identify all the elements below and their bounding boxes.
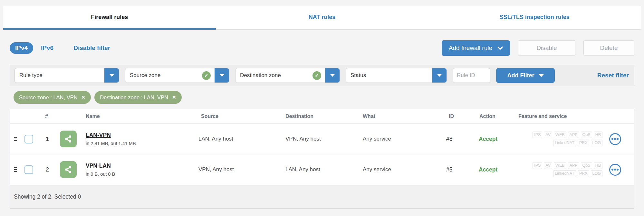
ipv6-toggle[interactable]: IPv6 (41, 44, 53, 52)
header-action: Action (476, 113, 513, 119)
rule-type-caret-button[interactable] (104, 68, 119, 83)
rule-type-dropdown[interactable]: Rule type (14, 68, 119, 83)
drag-handle-icon[interactable] (14, 167, 17, 172)
rule-source: VPN, Any host (198, 166, 285, 173)
chevron-down-icon (497, 46, 503, 50)
rule-what: Any service (363, 166, 445, 173)
row-menu-ellipsis-icon[interactable] (609, 164, 621, 176)
table-footer-status: Showing 2 of 2. Selected 0 (10, 185, 634, 208)
rule-type-label: Rule type (19, 72, 101, 79)
firewall-rules-page: Firewall rules NAT rules SSL/TLS inspect… (0, 0, 644, 216)
tab-nat-rules[interactable]: NAT rules (216, 6, 428, 30)
chip-label: Destination zone : LAN, VPN (100, 94, 168, 101)
caret-down-icon (330, 74, 335, 77)
rule-type-share-icon[interactable] (60, 161, 77, 178)
feature-badge: APP (568, 162, 579, 169)
feature-badges: IPSAVWEBAPPQoSHB LinkedNATPRXLOG (513, 132, 604, 146)
destination-zone-label: Destination zone (240, 72, 309, 79)
row-menu-ellipsis-icon[interactable] (609, 133, 621, 145)
source-zone-dropdown[interactable]: Source zone ✓ (125, 68, 229, 83)
rule-source: LAN, Any host (198, 136, 285, 142)
feature-badge: HB (594, 132, 602, 138)
caret-down-icon (110, 74, 114, 77)
toolbar: IPv4 IPv6 Disable filter Add firewall ru… (10, 40, 634, 56)
status-label: Status (351, 72, 428, 79)
rule-id: #8 (445, 136, 476, 142)
caret-down-icon (539, 74, 544, 77)
header-feature-and-service: Feature and service (513, 113, 604, 119)
drag-handle-icon[interactable] (14, 137, 17, 141)
feature-badge: WEB (554, 162, 566, 169)
rule-name-link[interactable]: LAN-VPN (86, 132, 111, 139)
rule-traffic: in 2.81 MB, out 1.41 MB (86, 141, 198, 146)
rule-traffic: in 0 B, out 0 B (86, 172, 198, 177)
source-zone-field[interactable]: Source zone ✓ (125, 68, 215, 83)
header-id: ID (445, 113, 476, 119)
table-header: # Name Source Destination What ID Action… (10, 109, 634, 124)
header-number: # (41, 113, 60, 119)
feature-badges: IPSAVWEBAPPQoSHB LinkedNATPRXLOG (513, 162, 604, 177)
disable-button[interactable]: Disable (518, 40, 575, 56)
add-filter-label: Add Filter (507, 72, 534, 79)
status-dropdown[interactable]: Status (346, 68, 447, 83)
header-destination: Destination (285, 113, 363, 119)
status-caret-button[interactable] (432, 68, 447, 83)
destination-zone-field[interactable]: Destination zone ✓ (235, 68, 325, 83)
tab-ssl-tls-inspection-rules[interactable]: SSL/TLS inspection rules (428, 6, 641, 30)
row-checkbox[interactable] (24, 135, 33, 143)
feature-badge: LinkedNAT (553, 140, 576, 146)
feature-badge: LinkedNAT (553, 170, 576, 177)
destination-zone-caret-button[interactable] (325, 68, 340, 83)
destination-zone-dropdown[interactable]: Destination zone ✓ (235, 68, 340, 83)
feature-badge: LOG (591, 140, 602, 146)
feature-badge: QoS (581, 132, 592, 138)
header-source: Source (198, 113, 285, 119)
table-row: 1 LAN-VPN in 2.81 MB, out 1.41 MB LAN, A… (10, 124, 634, 154)
active-filter-chips: Source zone : LAN, VPN ✕ Destination zon… (14, 91, 634, 104)
rule-what: Any service (363, 136, 445, 142)
rule-id: #5 (445, 166, 476, 173)
filter-bar: Rule type Source zone ✓ Destination zone… (10, 65, 634, 86)
check-circle-icon: ✓ (202, 71, 211, 80)
disable-filter-link[interactable]: Disable filter (73, 44, 110, 52)
rule-destination: LAN, Any host (285, 166, 363, 173)
chip-label: Source zone : LAN, VPN (19, 94, 78, 101)
header-what: What (363, 113, 445, 119)
feature-badge: IPS (533, 162, 542, 169)
row-checkbox[interactable] (24, 165, 33, 174)
status-field[interactable]: Status (346, 68, 432, 83)
feature-badge: LOG (591, 170, 602, 177)
tab-firewall-rules[interactable]: Firewall rules (3, 6, 216, 30)
delete-button[interactable]: Delete (583, 40, 634, 56)
rule-action: Accept (476, 136, 513, 142)
ipv4-toggle[interactable]: IPv4 (10, 42, 33, 54)
header-name: Name (86, 113, 198, 119)
feature-badge: AV (544, 162, 552, 169)
feature-badge: PRX (578, 140, 589, 146)
add-firewall-rule-label: Add firewall rule (449, 44, 492, 52)
rule-type-field[interactable]: Rule type (15, 68, 104, 83)
rule-action: Accept (476, 166, 513, 173)
firewall-rules-table: # Name Source Destination What ID Action… (10, 109, 634, 209)
row-number: 2 (41, 166, 60, 173)
source-zone-filter-chip: Source zone : LAN, VPN ✕ (14, 91, 91, 104)
close-icon[interactable]: ✕ (172, 94, 176, 100)
caret-down-icon (437, 74, 442, 77)
row-number: 1 (41, 136, 60, 142)
rule-destination: VPN, Any host (285, 136, 363, 142)
rule-id-input[interactable] (453, 68, 490, 83)
feature-badge: IPS (533, 132, 542, 138)
feature-badge: PRX (578, 170, 589, 177)
source-zone-caret-button[interactable] (215, 68, 229, 83)
feature-badge: WEB (554, 132, 566, 138)
add-filter-button[interactable]: Add Filter (496, 68, 555, 83)
top-tab-bar: Firewall rules NAT rules SSL/TLS inspect… (3, 6, 641, 30)
rule-type-share-icon[interactable] (60, 131, 77, 147)
feature-badge: HB (594, 162, 602, 169)
close-icon[interactable]: ✕ (82, 94, 86, 100)
check-circle-icon: ✓ (312, 71, 321, 80)
rule-name-link[interactable]: VPN-LAN (86, 162, 111, 169)
destination-zone-filter-chip: Destination zone : LAN, VPN ✕ (94, 91, 181, 104)
add-firewall-rule-button[interactable]: Add firewall rule (442, 40, 510, 56)
reset-filter-link[interactable]: Reset filter (597, 72, 630, 79)
